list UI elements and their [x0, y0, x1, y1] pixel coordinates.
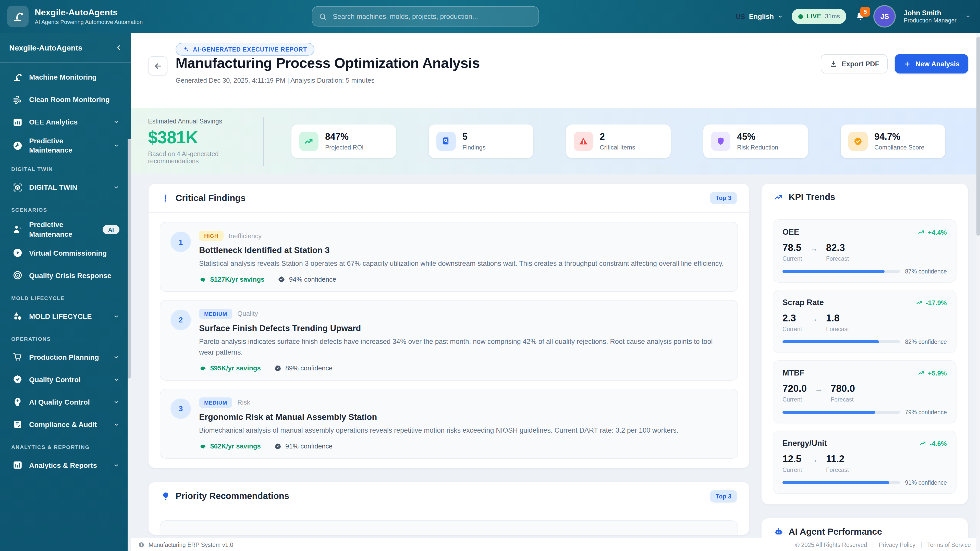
language-selector[interactable]: US English	[736, 13, 783, 20]
live-label: LIVE	[807, 13, 821, 20]
sidebar-item-quality-control[interactable]: Quality Control	[7, 368, 124, 391]
sidebar-item-digital-twin[interactable]: DIGITAL TWIN	[7, 176, 124, 199]
priority-recommendations-title: Priority Recommendations	[176, 491, 289, 502]
top-header-bar: Nexgile-AutoAgents AI Agents Powering Au…	[0, 0, 980, 33]
sidebar-item-compliance-audit[interactable]: Compliance & Audit	[7, 413, 124, 436]
language-label: English	[749, 13, 774, 20]
user-menu[interactable]: John Smith Production Manager	[904, 9, 956, 24]
kpi-current-value: 78.5	[783, 242, 802, 254]
main-scrollbar-thumb[interactable]	[977, 37, 980, 236]
kpi-trends-card: KPI Trends OEE +4.4% 78.5Current → 82.3	[761, 183, 968, 505]
finding-confidence: 89% confidence	[285, 364, 332, 372]
chevron-down-icon	[113, 184, 119, 191]
stat-value: 45%	[737, 132, 778, 142]
main-content: AI-GENERATED EXECUTIVE REPORT Manufactur…	[130, 33, 980, 551]
stat-card-projected-roi: 847%Projected ROI	[291, 124, 396, 158]
sidebar-scrollbar-thumb[interactable]	[127, 139, 130, 379]
finding-item-2[interactable]: 2 MEDIUM Quality Surface Finish Defects …	[160, 300, 738, 381]
stat-label: Critical Items	[600, 144, 635, 151]
sidebar-item-clean-room-monitoring[interactable]: Clean Room Monitoring	[7, 88, 124, 111]
kpi-item-scrap-rate: Scrap Rate -17.9% 2.3Current → 1.8Foreca…	[773, 290, 956, 353]
sidebar-item-virtual-commissioning[interactable]: Virtual Commissioning	[7, 242, 124, 264]
finding-description: Pareto analysis indicates surface finish…	[199, 337, 727, 358]
sidebar-item-machine-monitoring[interactable]: Machine Monitoring	[7, 66, 124, 88]
app-logo-cluster[interactable]: Nexgile-AutoAgents AI Agents Powering Au…	[7, 6, 143, 27]
exclamation-icon	[161, 193, 170, 203]
kpi-current-value: 720.0	[783, 383, 807, 394]
finding-title: Ergonomic Risk at Manual Assembly Statio…	[199, 412, 727, 422]
kpi-current-label: Current	[783, 326, 802, 332]
robot-arm-logo-icon	[7, 6, 29, 27]
privacy-policy-link[interactable]: Privacy Policy	[879, 541, 915, 548]
stat-card-risk-reduction: 45%Risk Reduction	[703, 124, 808, 158]
finding-title: Bottleneck Identified at Station 3	[199, 245, 727, 255]
wind-icon	[12, 94, 23, 105]
download-icon	[829, 60, 838, 68]
sidebar-item-predictive-maintenance-scenario[interactable]: Predictive Maintenance AI	[7, 217, 124, 242]
sidebar-item-label: AI Quality Control	[29, 397, 107, 407]
global-search[interactable]	[312, 6, 539, 27]
notifications-button[interactable]: 5	[855, 11, 866, 22]
export-pdf-button[interactable]: Export PDF	[821, 54, 888, 73]
terms-of-service-link[interactable]: Terms of Service	[927, 541, 971, 548]
avatar[interactable]: JS	[875, 6, 895, 27]
top3-badge: Top 3	[710, 192, 737, 204]
sidebar-collapse-button[interactable]	[115, 44, 123, 51]
back-button[interactable]	[148, 56, 167, 76]
finding-item-3[interactable]: 3 MEDIUM Risk Ergonomic Risk at Manual A…	[160, 389, 738, 459]
app-title: Nexgile-AutoAgents	[35, 8, 143, 18]
finding-item-1[interactable]: 1 HIGH Inefficiency Bottleneck Identifie…	[160, 222, 738, 292]
kpi-forecast-label: Forecast	[831, 396, 855, 403]
summary-stats-band: Estimated Annual Savings $381K Based on …	[130, 108, 980, 175]
sidebar-scrollbar[interactable]	[127, 139, 130, 551]
footer-copyright: © 2025 All Rights Reserved	[795, 541, 867, 548]
seal-check-icon	[12, 374, 23, 385]
finding-number: 2	[170, 310, 191, 330]
page-title: Manufacturing Process Optimization Analy…	[176, 55, 480, 71]
confidence-progress-fill	[783, 481, 889, 484]
export-pdf-label: Export PDF	[842, 60, 879, 68]
savings-label: Estimated Annual Savings	[148, 118, 263, 125]
confidence-progress-track	[783, 270, 900, 273]
sidebar-item-analytics-reports[interactable]: Analytics & Reports	[7, 454, 124, 476]
sidebar-item-predictive-maintenance[interactable]: Predictive Maintenance	[7, 133, 124, 158]
chevron-down-icon	[113, 313, 119, 319]
sidebar-item-quality-crisis-response[interactable]: Quality Crisis Response	[7, 264, 124, 287]
confidence-progress-track	[783, 340, 900, 343]
sidebar-section-label: OPERATIONS	[11, 336, 121, 342]
chevron-down-icon[interactable]	[965, 14, 971, 19]
vertical-divider	[263, 117, 264, 166]
main-scrollbar[interactable]	[977, 33, 980, 551]
sidebar-item-label: Quality Crisis Response	[29, 271, 119, 280]
sidebar-item-ai-quality-control[interactable]: AI Quality Control	[7, 391, 124, 413]
kpi-confidence: 91% confidence	[905, 480, 947, 486]
kpi-confidence: 79% confidence	[905, 409, 947, 415]
top3-badge: Top 3	[710, 490, 737, 502]
kpi-item-oee: OEE +4.4% 78.5Current → 82.3Forecast 87%…	[773, 219, 956, 283]
user-name: John Smith	[904, 9, 956, 17]
kpi-name: Energy/Unit	[783, 439, 827, 448]
sidebar-item-oee-analytics[interactable]: OEE Analytics	[7, 111, 124, 133]
kpi-current-label: Current	[783, 396, 807, 403]
new-analysis-button[interactable]: New Analysis	[895, 54, 968, 73]
search-input[interactable]	[332, 12, 532, 21]
trend-up-icon	[916, 299, 923, 306]
trend-up-icon	[918, 369, 925, 376]
kpi-trends-title: KPI Trends	[789, 192, 835, 203]
warning-triangle-icon	[574, 132, 593, 151]
shapes-icon	[12, 311, 23, 322]
info-icon	[138, 541, 145, 548]
kpi-name: OEE	[783, 227, 799, 237]
arrow-right-icon: →	[810, 314, 818, 323]
sidebar-item-label: Virtual Commissioning	[29, 248, 119, 257]
sidebar-item-mold-lifecycle[interactable]: MOLD LIFECYCLE	[7, 305, 124, 327]
kpi-confidence: 82% confidence	[905, 339, 947, 345]
arrow-right-icon: →	[810, 244, 818, 252]
kpi-forecast-label: Forecast	[826, 467, 849, 473]
stat-value: 5	[463, 132, 486, 142]
sidebar-item-production-planning[interactable]: Production Planning	[7, 346, 124, 368]
sidebar-item-label: Clean Room Monitoring	[29, 95, 119, 104]
app-window: Nexgile-AutoAgents AI Agents Powering Au…	[0, 0, 980, 551]
finding-confidence: 94% confidence	[289, 275, 336, 283]
cube-scan-icon	[12, 182, 23, 193]
